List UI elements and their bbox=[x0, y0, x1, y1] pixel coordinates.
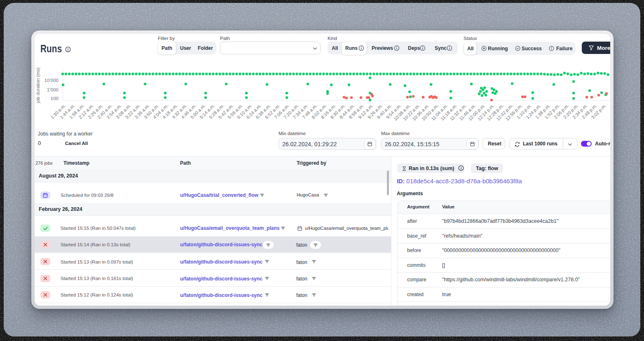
svg-text:job duration (ms): job duration (ms) bbox=[35, 68, 40, 103]
svg-text:100: 100 bbox=[51, 96, 59, 101]
svg-text:10’000: 10’000 bbox=[44, 78, 59, 83]
svg-text:1’000: 1’000 bbox=[47, 87, 59, 92]
